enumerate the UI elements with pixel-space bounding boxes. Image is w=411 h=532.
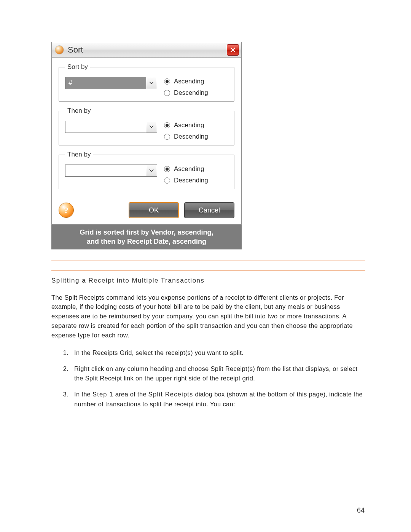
divider <box>51 260 365 260</box>
sort-by-descending-radio[interactable]: Descending <box>164 89 208 97</box>
then-by-group-1: Then by Ascending <box>59 107 234 145</box>
close-icon <box>230 47 236 53</box>
step-2: Right click on any column heading and ch… <box>70 364 365 383</box>
then-by-value-2 <box>65 165 146 176</box>
figure-caption: Grid is sorted first by Vendor, ascendin… <box>51 225 242 249</box>
ok-mnemonic: O <box>149 206 154 214</box>
then-by-2-descending-radio[interactable]: Descending <box>164 177 208 184</box>
chevron-down-icon <box>149 169 154 172</box>
step-3: In the Step 1 area of the Split Receipts… <box>70 390 365 409</box>
sort-by-ascending-radio[interactable]: Ascending <box>164 78 208 85</box>
sort-by-legend: Sort by <box>65 63 90 71</box>
then-by-legend-1: Then by <box>65 107 93 115</box>
app-icon <box>55 45 64 54</box>
dialog-footer: ? OK Cancel <box>52 198 241 224</box>
then-by-combo-2[interactable] <box>65 165 157 177</box>
radio-icon <box>164 166 170 172</box>
page-number: 64 <box>357 506 365 514</box>
ascending-label: Ascending <box>174 121 204 129</box>
ok-button[interactable]: OK <box>129 202 179 218</box>
radio-icon <box>164 90 170 96</box>
then-by-legend-2: Then by <box>65 151 93 158</box>
then-by-dropdown-button-2[interactable] <box>146 165 157 176</box>
ascending-label: Ascending <box>174 78 204 85</box>
then-by-1-descending-radio[interactable]: Descending <box>164 133 208 141</box>
intro-paragraph: The Split Receipts command lets you expe… <box>51 293 365 340</box>
steps-list: In the Receipts Grid, select the receipt… <box>51 348 365 409</box>
divider <box>51 270 365 271</box>
then-by-value-1 <box>65 121 146 133</box>
ascending-label: Ascending <box>174 165 204 173</box>
sort-by-combo[interactable]: # <box>65 77 157 89</box>
keyword-step1: Step 1 <box>92 391 113 398</box>
then-by-combo-1[interactable] <box>65 121 157 133</box>
sort-dialog: Sort Sort by # <box>51 42 242 225</box>
sort-by-value: # <box>65 77 146 89</box>
radio-icon <box>164 134 170 140</box>
sort-by-group: Sort by # Ascending <box>59 63 234 102</box>
chevron-down-icon <box>149 125 154 128</box>
cancel-label: ancel <box>204 206 220 214</box>
then-by-1-ascending-radio[interactable]: Ascending <box>164 121 208 129</box>
chevron-down-icon <box>149 81 154 85</box>
radio-icon <box>164 78 170 85</box>
keyword-split-receipts: Split Receipts <box>148 391 193 398</box>
help-icon[interactable]: ? <box>59 203 74 218</box>
caption-line-1: Grid is sorted first by Vendor, ascendin… <box>57 228 236 237</box>
section-heading: Splitting a Receipt into Multiple Transa… <box>51 277 365 284</box>
cancel-mnemonic: C <box>199 206 204 214</box>
close-button[interactable] <box>227 44 239 56</box>
radio-icon <box>164 122 170 128</box>
sort-dialog-figure: Sort Sort by # <box>51 42 242 249</box>
step-1: In the Receipts Grid, select the receipt… <box>70 348 365 358</box>
dialog-body: Sort by # Ascending <box>52 58 241 198</box>
caption-line-2: and then by Receipt Date, ascending <box>57 237 236 246</box>
descending-label: Descending <box>174 89 208 97</box>
descending-label: Descending <box>174 133 208 141</box>
then-by-2-ascending-radio[interactable]: Ascending <box>164 165 208 173</box>
sort-by-dropdown-button[interactable] <box>146 77 157 89</box>
then-by-group-2: Then by Ascending <box>59 151 234 189</box>
radio-icon <box>164 177 170 184</box>
ok-label: K <box>154 206 159 214</box>
cancel-button[interactable]: Cancel <box>184 202 234 218</box>
dialog-title: Sort <box>68 45 83 55</box>
then-by-dropdown-button-1[interactable] <box>146 121 157 133</box>
dialog-titlebar: Sort <box>52 42 241 58</box>
descending-label: Descending <box>174 177 208 184</box>
